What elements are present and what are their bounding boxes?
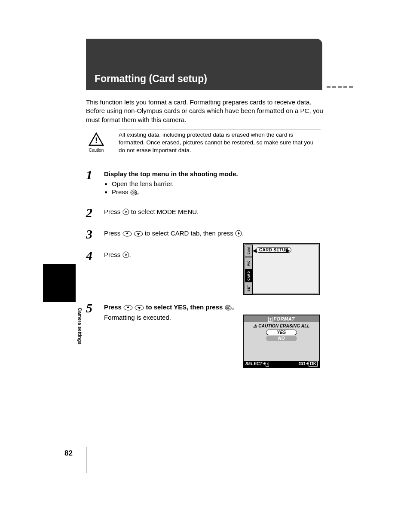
lcd-card-setup: CAM PIC CARD SET ◀ CARD SETUP ▶ <box>243 243 320 295</box>
page-title: Formatting (Card setup) <box>95 73 207 85</box>
lcd-footer-go: GO✦OK <box>298 361 318 366</box>
step-number: 3 <box>86 227 104 241</box>
lcd-option-no: NO <box>266 336 297 341</box>
caution-icon: ! Caution <box>86 132 107 153</box>
chapter-label: Camera settings <box>77 308 83 345</box>
dpad-down-icon <box>135 305 144 312</box>
step-heading: Display the top menu in the shooting mod… <box>104 170 327 177</box>
substep: Press OK. <box>112 188 327 197</box>
lcd-tab: SET <box>245 282 253 294</box>
dpad-down-icon <box>134 231 143 238</box>
page-number: 82 <box>64 449 73 458</box>
lcd-option-yes: YES <box>266 330 297 335</box>
updown-icon: ↕ <box>266 362 269 367</box>
caution-text: All existing data, including protected d… <box>119 129 321 155</box>
warning-icon: ⚠ <box>253 324 257 328</box>
step-number: 1 <box>86 168 104 198</box>
step-2: 2 Press to select MODE MENU. <box>86 205 327 219</box>
lcd-title: TFORMAT <box>244 315 319 322</box>
caution-label: Caution <box>86 148 107 153</box>
intro-text: This function lets you format a card. Fo… <box>86 98 327 124</box>
page-rule <box>86 447 86 473</box>
ok-menu-icon: OK <box>130 190 138 197</box>
ok-menu-icon: OK <box>225 305 233 312</box>
chapter-tab <box>43 264 76 302</box>
dpad-right-icon <box>122 251 129 260</box>
step-number: 5 <box>86 301 104 321</box>
dpad-up-icon <box>122 231 132 238</box>
lcd-tab: PIC <box>245 257 253 269</box>
lcd-footer-select: SELECT✦↕ <box>245 361 269 366</box>
dpad-right-icon <box>235 230 242 238</box>
step-1: 1 Display the top menu in the shooting m… <box>86 168 327 198</box>
lcd-tab: CAM <box>245 245 253 257</box>
lcd-warning: ⚠ CAUTION ERASING ALL <box>244 322 319 329</box>
step-number: 2 <box>86 205 104 219</box>
dpad-right-icon <box>122 208 129 217</box>
step-3: 3 Press to select CARD tab, then press . <box>86 227 327 241</box>
arrow-right-icon: ▶ <box>286 248 290 254</box>
lcd-tab-active: CARD <box>245 269 253 282</box>
dpad-up-icon <box>123 305 133 312</box>
lcd-format-dialog: TFORMAT ⚠ CAUTION ERASING ALL YES NO SEL… <box>243 315 320 368</box>
svg-text:!: ! <box>95 136 98 145</box>
substep: Open the lens barrier. <box>112 180 327 187</box>
decorative-dots <box>327 86 353 88</box>
caution-block: ! Caution All existing data, including p… <box>86 129 327 155</box>
step-number: 4 <box>86 248 104 262</box>
